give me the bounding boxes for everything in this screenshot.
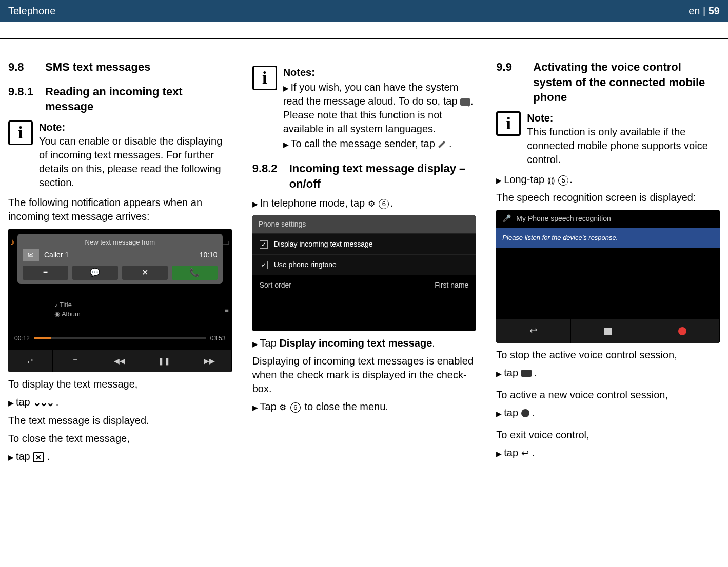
note-block-voice: i Note: This function is only available … <box>496 111 720 167</box>
note-voice-body: This function is only available if the c… <box>527 126 707 165</box>
popup-time: 10:10 <box>200 250 218 260</box>
time-total: 03:53 <box>210 334 226 342</box>
sms-notification-popup: New text message from ✉ Caller 1 10:10 ≡… <box>17 234 223 284</box>
voice-back-button[interactable]: ↩ <box>496 319 570 343</box>
setting-row-sort-order[interactable]: Sort order First name <box>252 275 476 295</box>
step-tap-record: tap . <box>496 406 720 420</box>
step-long-tap-suf: . <box>569 174 573 185</box>
popup-caller-name: Caller 1 <box>44 250 194 260</box>
step-tap-display-suf: . <box>432 337 435 349</box>
microphone-icon: 🎤 <box>502 214 511 224</box>
step-long-tap-voice: Long-tap ⸨⸩ 5. <box>496 173 720 187</box>
step-tap-close-suffix: . <box>47 451 50 462</box>
info-icon: i <box>8 120 33 145</box>
ref-number-6: 6 <box>290 402 301 413</box>
heading-9-8-2: 9.8.2 Incoming text message dis­play – o… <box>252 161 476 191</box>
album-icon: ◉ <box>54 310 62 318</box>
shuffle-button[interactable]: ⇄ <box>8 350 53 372</box>
step-tap-record-suf: . <box>529 407 535 418</box>
phone-settings-title: Phone settings <box>252 215 476 234</box>
next-track-button[interactable]: ▶▶ <box>187 350 232 372</box>
play-pause-button[interactable]: ❚❚ <box>142 350 187 372</box>
exit-voice-intro: To exit voice control, <box>496 428 720 442</box>
time-elapsed: 00:12 <box>14 334 30 342</box>
progress-bar[interactable] <box>34 337 206 339</box>
voice-controls: ↩ <box>496 319 720 343</box>
checkbox-checked-icon[interactable]: ✓ <box>260 261 268 269</box>
note-label: Note: <box>39 120 232 134</box>
list-toggle-icon[interactable]: ≡ <box>225 306 229 315</box>
read-aloud-icon <box>460 98 470 106</box>
notes-item-2-pre: To call the message sender, tap <box>291 138 435 149</box>
voice-record-button[interactable] <box>645 319 720 343</box>
step-tap-close-word: tap <box>16 451 30 462</box>
step-close-settings-pre: Tap <box>260 401 277 412</box>
voice-prompt-banner: Please listen for the device's response. <box>496 228 720 248</box>
stop-session-intro: To stop the active voice control session… <box>496 348 720 362</box>
playback-timeline[interactable]: 00:12 03:53 <box>14 334 226 342</box>
step-tap-stop-word: tap <box>504 367 518 378</box>
step-close-settings-suf: to close the menu. <box>302 401 388 412</box>
message-icon: ✉ <box>23 249 39 261</box>
prev-track-button[interactable]: ◀◀ <box>97 350 142 372</box>
setting-row-display-sms-label: Display incoming text message <box>274 239 373 249</box>
voice-title: My Phone speech recognition <box>516 214 611 224</box>
album-label: Album <box>62 310 81 318</box>
voice-stop-button[interactable] <box>571 319 645 343</box>
read-aloud-button[interactable]: 💬 <box>72 266 118 280</box>
note-voice-text: Note: This function is only available if… <box>527 111 720 167</box>
back-arrow-icon: ↩ <box>529 325 537 337</box>
popup-buttons: ≡ 💬 ✕ 📞 <box>23 266 218 280</box>
step-tap-display-bold: Display incoming text message <box>279 337 432 349</box>
record-dot-icon <box>521 409 529 417</box>
voice-result-line: The speech recognition screen is display… <box>496 191 720 205</box>
ref-number-6: 6 <box>379 199 389 209</box>
note-text-1: Note: You can enable or disable the disp… <box>39 120 232 190</box>
checkbox-checked-icon[interactable]: ✓ <box>260 240 268 249</box>
stop-square-icon <box>521 370 532 377</box>
stop-square-icon <box>604 328 612 335</box>
heading-9-8-1-title: Reading an incoming text message <box>45 84 232 114</box>
expand-message-button[interactable]: ≡ <box>23 266 68 280</box>
heading-9-8-1-number: 9.8.1 <box>8 84 37 114</box>
display-msg-result: The text message is displayed. <box>8 414 232 428</box>
info-icon: i <box>252 66 277 90</box>
setting-sort-order-label: Sort order <box>260 280 291 290</box>
track-title-label: ♪ <box>54 301 60 309</box>
step-open-phone-settings: In telephone mode, tap ⚙ 6. <box>252 196 476 210</box>
setting-row-ringtone[interactable]: ✓ Use phone ringtone <box>252 254 476 275</box>
header-page-info: en | 59 <box>688 5 720 17</box>
step-open-phone-settings-pre: In telephone mode, tap <box>260 197 365 209</box>
track-title: Title <box>60 301 72 309</box>
notes-item-2: To call the message sender, tap . <box>283 137 476 151</box>
setting-row-ringtone-label: Use phone ringtone <box>274 260 337 270</box>
step-tap-stop: tap . <box>496 366 720 380</box>
back-arrow-icon: ↩ <box>521 447 529 459</box>
step-tap-exit-word: tap <box>504 447 518 458</box>
note-voice-label: Note: <box>527 111 720 125</box>
step-open-phone-settings-suf: . <box>390 197 393 209</box>
header-section-title: Telephone <box>8 5 55 17</box>
heading-9-9: 9.9 Activating the voice control system … <box>496 59 720 105</box>
step-tap-stop-suf: . <box>532 367 537 378</box>
call-sender-button[interactable]: 📞 <box>172 266 218 280</box>
notes-label: Notes: <box>283 66 476 79</box>
heading-9-9-number: 9.9 <box>496 59 525 105</box>
column-1: 9.8 SMS text messages 9.8.1 Reading an i… <box>8 59 232 464</box>
header-lang: en <box>688 5 700 16</box>
screenshot-phone-settings: Phone settings ✓ Display incoming text m… <box>252 215 476 331</box>
voice-title-bar: 🎤 My Phone speech recognition <box>496 210 720 228</box>
step-tap-expand-word: tap <box>16 396 30 408</box>
setting-row-display-sms[interactable]: ✓ Display incoming text message <box>252 234 476 254</box>
menu-button[interactable]: ≡ <box>53 350 97 372</box>
new-session-intro: To active a new voice control session, <box>496 388 720 402</box>
setting-sort-order-value: First name <box>435 280 468 290</box>
step-tap-exit: tap ↩ . <box>496 446 720 460</box>
notes-item-1-pre: If you wish, you can have the system rea… <box>283 82 459 107</box>
close-msg-intro: To close the text message, <box>8 432 232 445</box>
call-icon <box>438 141 445 148</box>
display-msg-intro: To display the text message, <box>8 377 232 391</box>
step-tap-exit-suf: . <box>529 447 535 458</box>
settings-gear-icon: ⚙ <box>368 198 375 210</box>
close-popup-button[interactable]: ✕ <box>122 266 168 280</box>
